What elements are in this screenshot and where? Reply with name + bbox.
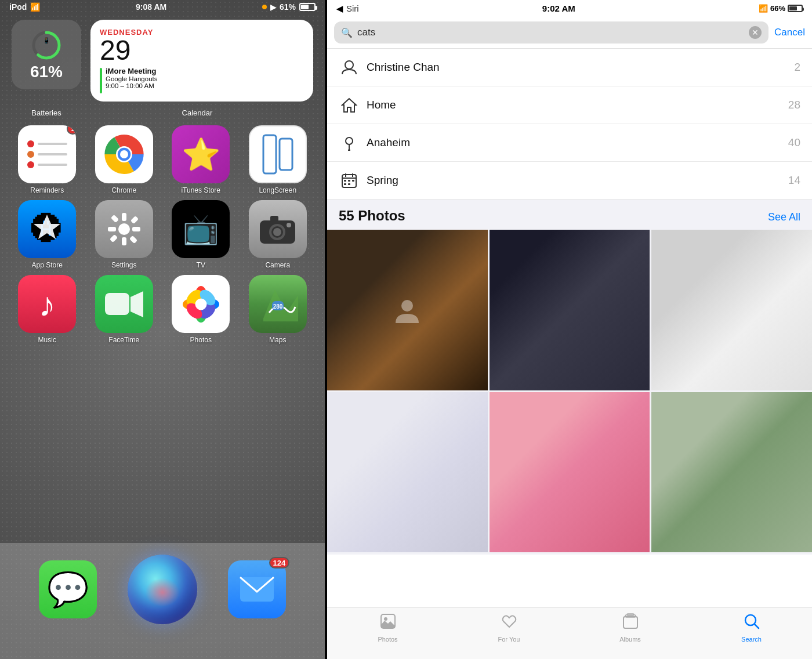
siri-back-label: Siri <box>346 3 359 13</box>
svg-rect-14 <box>111 215 119 223</box>
search-tab-label: Search <box>741 636 762 643</box>
tab-for-you[interactable]: For You <box>448 613 570 643</box>
result-anaheim[interactable]: Anaheim 40 <box>327 124 812 162</box>
svg-point-52 <box>401 300 413 312</box>
search-results: Christine Chan 2 Home 28 Anaheim <box>327 49 812 607</box>
spring-count: 14 <box>788 174 800 187</box>
photo-thumb-1[interactable] <box>327 230 488 390</box>
app-chrome[interactable]: Chrome <box>89 125 160 194</box>
app-longscreen[interactable]: LongScreen <box>242 125 314 194</box>
svg-point-6 <box>120 150 128 158</box>
app-itunes[interactable]: ⭐ iTunes Store <box>165 125 237 194</box>
search-query[interactable]: cats <box>357 27 744 38</box>
app-tv[interactable]: 📺 TV <box>165 200 237 269</box>
settings-label: Settings <box>111 261 136 269</box>
battery-widget: 📱 61% <box>12 20 81 89</box>
longscreen-label: LongScreen <box>259 186 296 194</box>
svg-text:280: 280 <box>273 303 282 310</box>
anaheim-label: Anaheim <box>367 136 788 149</box>
tab-search[interactable]: Search <box>691 613 812 643</box>
app-maps[interactable]: 280 Maps <box>242 275 314 344</box>
home-count: 28 <box>788 99 800 111</box>
calendar-label: Calendar <box>81 108 313 117</box>
svg-rect-51 <box>348 183 350 185</box>
svg-point-34 <box>195 298 206 310</box>
event-text: iMore Meeting Google Hangouts 9:00 – 10:… <box>106 67 158 89</box>
dock: 💬 124 <box>0 543 325 659</box>
battery-ring: 📱 <box>30 29 63 61</box>
photo-thumb-5[interactable] <box>490 392 650 553</box>
app-settings[interactable]: Settings <box>89 200 160 269</box>
app-camera[interactable]: Camera <box>242 200 314 269</box>
see-all-button[interactable]: See All <box>768 211 800 223</box>
app-grid: 1 Reminders <box>0 123 325 346</box>
battery-pct-right: 66% <box>770 4 785 13</box>
svg-rect-8 <box>280 139 292 170</box>
event-title: iMore Meeting <box>106 67 158 75</box>
photo-thumb-6[interactable] <box>651 392 812 553</box>
photo-overlay-1 <box>327 230 488 390</box>
result-christine-chan[interactable]: Christine Chan 2 <box>327 49 812 86</box>
time-right: 9:02 AM <box>542 3 575 13</box>
anaheim-count: 40 <box>788 136 800 149</box>
orange-dot <box>262 5 267 9</box>
spring-label: Spring <box>367 174 788 187</box>
albums-tab-icon <box>622 613 639 633</box>
event-time: 9:00 – 10:00 AM <box>106 82 158 89</box>
search-area: 🔍 cats ✕ Cancel <box>327 17 812 49</box>
search-box[interactable]: 🔍 cats ✕ <box>334 21 768 44</box>
app-reminders[interactable]: 1 Reminders <box>12 125 83 194</box>
result-home[interactable]: Home 28 <box>327 86 812 124</box>
svg-rect-17 <box>110 234 118 242</box>
photo-thumb-4[interactable] <box>327 392 488 553</box>
tab-albums[interactable]: Albums <box>570 613 691 643</box>
app-photos[interactable]: Photos <box>165 275 237 344</box>
camera-label: Camera <box>265 261 290 269</box>
search-clear-button[interactable]: ✕ <box>749 26 762 39</box>
svg-point-39 <box>345 61 353 69</box>
reminders-label: Reminders <box>30 186 64 194</box>
svg-point-23 <box>287 223 291 227</box>
christine-chan-label: Christine Chan <box>367 61 794 74</box>
appstore-label: App Store <box>32 261 63 269</box>
search-cancel-button[interactable]: Cancel <box>774 27 805 38</box>
back-arrow: ◀ <box>336 4 343 13</box>
batteries-label: Batteries <box>12 108 81 117</box>
svg-rect-47 <box>344 180 346 182</box>
wifi-icon-right: 📶 <box>759 4 768 13</box>
app-facetime[interactable]: FaceTime <box>89 275 160 344</box>
status-left-group: iPod 📶 <box>9 2 40 12</box>
tab-photos[interactable]: Photos <box>327 613 448 643</box>
home-icon <box>339 95 360 115</box>
app-music[interactable]: ♪ Music <box>12 275 83 344</box>
status-siri-back: ◀ Siri <box>336 3 359 13</box>
music-label: Music <box>38 336 56 344</box>
photo-thumb-3[interactable] <box>651 230 812 390</box>
location-icon: ▶ <box>270 3 276 12</box>
event-location: Google Hangouts <box>106 75 158 82</box>
battery-fill-left <box>301 5 309 9</box>
svg-rect-12 <box>108 227 116 231</box>
calendar-event: iMore Meeting Google Hangouts 9:00 – 10:… <box>100 67 304 93</box>
for-you-tab-label: For You <box>498 636 520 643</box>
albums-tab-label: Albums <box>619 636 641 643</box>
camera-icon <box>249 200 307 258</box>
app-appstore[interactable]: 🅐 App Store <box>12 200 83 269</box>
home-label: Home <box>367 99 788 111</box>
photos-grid <box>327 230 812 555</box>
result-spring[interactable]: Spring 14 <box>327 162 812 200</box>
messages-icon[interactable]: 💬 <box>39 560 97 618</box>
mail-icon[interactable]: 124 <box>228 560 286 618</box>
svg-rect-50 <box>344 183 346 185</box>
calendar-date: 29 <box>100 37 304 64</box>
photos-icon <box>172 275 230 333</box>
svg-rect-55 <box>624 617 637 628</box>
photos-tab-icon <box>380 613 396 633</box>
calendar-icon-result <box>339 170 360 191</box>
svg-point-54 <box>384 617 387 621</box>
photo-thumb-2[interactable] <box>490 230 650 390</box>
right-panel: ◀ Siri 9:02 AM 📶 66% 🔍 cats ✕ Cancel <box>327 0 812 659</box>
appstore-icon: 🅐 <box>18 200 76 258</box>
siri-ball[interactable] <box>128 555 197 624</box>
right-status-group: 📶 66% <box>759 4 803 13</box>
